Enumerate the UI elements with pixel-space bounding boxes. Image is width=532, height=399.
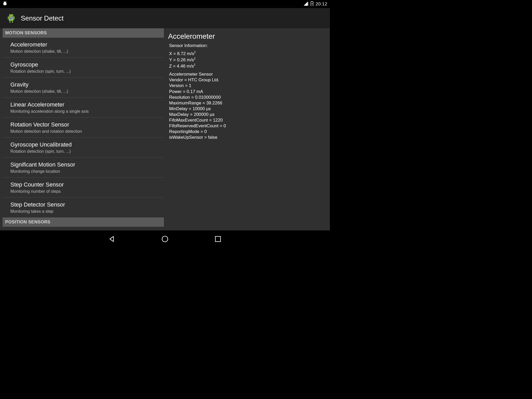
list-item-title: Linear Accelerometer [10, 101, 164, 108]
prop-line: Resolution = 0.010000000 [169, 95, 327, 100]
svg-rect-2 [311, 1, 312, 2]
list-item-subtitle: Monitoring takes a step [10, 209, 164, 214]
detail-pane: Accelerometer Sensor Information: X = 8.… [164, 28, 330, 230]
app-icon [5, 12, 17, 24]
app-bar: Sensor Detect [0, 8, 330, 28]
list-item-title: Accelerometer [10, 41, 164, 48]
list-item-title: Gravity [10, 81, 164, 88]
detail-properties: Accelerometer Sensor Vendor = HTC Group … [167, 71, 327, 140]
list-item-rotation-vector[interactable]: Rotation Vector Sensor Motion detection … [3, 118, 164, 138]
list-item-title: Gyroscope [10, 61, 164, 68]
debug-icon [3, 1, 7, 7]
content-area: MOTION SENSORS Accelerometer Motion dete… [0, 28, 330, 230]
list-item-step-counter[interactable]: Step Counter Sensor Monitoring number of… [3, 178, 164, 198]
battery-charging-icon [310, 1, 314, 7]
prop-line: Version = 1 [169, 83, 327, 89]
list-item-subtitle: Motion detection (shake, tilt, ...) [10, 89, 164, 94]
reading-x: X = 8.72 m/s2 [169, 50, 327, 57]
prop-line: Power = 0.17 mA [169, 89, 327, 95]
svg-rect-7 [12, 21, 13, 23]
list-item-subtitle: Monitoring number of steps [10, 189, 164, 194]
home-button[interactable] [161, 235, 169, 243]
prop-line: MinDelay = 10000 µs [169, 106, 327, 112]
recents-button[interactable] [214, 235, 222, 243]
navigation-bar [0, 230, 330, 247]
svg-line-8 [9, 14, 10, 15]
list-item-subtitle: Rotation detection (spin, turn, ...) [10, 69, 164, 74]
prop-line: ReportingMode = 0 [169, 129, 327, 135]
list-item-subtitle: Monitoring acceleration along a single a… [10, 109, 164, 114]
detail-readings: X = 8.72 m/s2 Y = 0.26 m/s2 Z = 4.46 m/s… [167, 50, 327, 69]
reading-y: Y = 0.26 m/s2 [169, 57, 327, 63]
list-item-gyroscope-uncal[interactable]: Gyroscope Uncalibrated Rotation detectio… [3, 138, 164, 158]
svg-point-10 [162, 236, 168, 242]
list-item-significant-motion[interactable]: Significant Motion Sensor Monitoring cha… [3, 158, 164, 178]
list-item-linear-accelerometer[interactable]: Linear Accelerometer Monitoring accelera… [3, 98, 164, 118]
list-item-gravity[interactable]: Gravity Motion detection (shake, tilt, .… [3, 78, 164, 98]
list-item-title: Step Counter Sensor [10, 181, 164, 188]
back-button[interactable] [108, 235, 116, 243]
svg-rect-5 [14, 16, 15, 19]
sensor-list-pane[interactable]: MOTION SENSORS Accelerometer Motion dete… [0, 28, 164, 230]
list-item-geomagnetic[interactable]: Geomagnetic Field Sensor Monitoring the … [3, 227, 164, 230]
svg-rect-0 [308, 2, 308, 6]
section-header-motion: MOTION SENSORS [3, 28, 164, 38]
list-item-title: Rotation Vector Sensor [10, 121, 164, 128]
list-item-step-detector[interactable]: Step Detector Sensor Monitoring takes a … [3, 198, 164, 217]
prop-line: isWakeUpSensor = false [169, 135, 327, 140]
reading-z: Z = 4.46 m/s2 [169, 63, 327, 69]
list-item-accelerometer[interactable]: Accelerometer Motion detection (shake, t… [3, 38, 164, 58]
prop-line: FifoMaxEventCount = 1220 [169, 117, 327, 123]
list-item-title: Gyroscope Uncalibrated [10, 141, 164, 148]
list-item-title: Step Detector Sensor [10, 201, 164, 208]
list-item-title: Significant Motion Sensor [10, 161, 164, 168]
svg-line-9 [12, 14, 13, 15]
prop-line: FifoReservedEventCount = 0 [169, 123, 327, 129]
section-header-position: POSITION SENSORS [3, 217, 164, 227]
status-bar: 20:12 [0, 0, 330, 8]
detail-title: Accelerometer [167, 32, 327, 41]
signal-icon [304, 2, 308, 7]
svg-rect-11 [215, 236, 221, 242]
app-title: Sensor Detect [21, 14, 64, 22]
detail-info-label: Sensor Information: [167, 43, 327, 48]
status-time: 20:12 [316, 2, 327, 7]
list-item-subtitle: Rotation detection (spin, turn, ...) [10, 149, 164, 154]
prop-line: Accelerometer Sensor [169, 71, 327, 77]
prop-line: Vendor = HTC Group Ltd. [169, 77, 327, 83]
prop-line: MaximumRange = 39.2266 [169, 100, 327, 106]
prop-line: MaxDelay = 200000 µs [169, 112, 327, 117]
list-item-subtitle: Motion detection and rotation detection [10, 129, 164, 134]
list-item-subtitle: Monitoring change location [10, 169, 164, 174]
svg-rect-4 [8, 16, 9, 19]
list-item-gyroscope[interactable]: Gyroscope Rotation detection (spin, turn… [3, 58, 164, 78]
list-item-subtitle: Motion detection (shake, tilt, ...) [10, 49, 164, 54]
svg-rect-6 [10, 21, 10, 23]
